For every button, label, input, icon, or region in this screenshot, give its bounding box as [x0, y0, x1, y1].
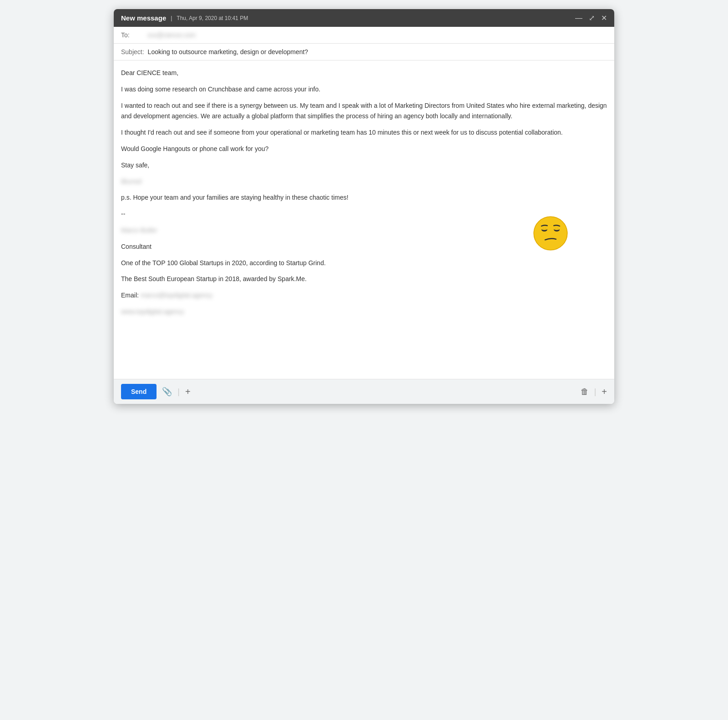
paragraph-3: I thought I'd reach out and see if someo…: [121, 127, 607, 138]
minimize-button[interactable]: —: [575, 14, 582, 22]
sig-line2: The Best South European Startup in 2018,…: [121, 274, 607, 285]
compose-body[interactable]: Dear CIENCE team, I was doing some resea…: [114, 60, 614, 379]
paragraph-1: I was doing some research on Crunchbase …: [121, 84, 607, 95]
compose-window: New message | Thu, Apr 9, 2020 at 10:41 …: [114, 9, 614, 404]
attach-icon[interactable]: 📎: [162, 387, 172, 397]
sig-email-row: Email: marco@topdigital.agency: [121, 290, 607, 301]
subject-field[interactable]: Subject: Looking to outsource marketing,…: [114, 44, 614, 60]
emoji-container: [532, 215, 569, 255]
footer-right: 🗑 | +: [581, 387, 607, 397]
svg-point-2: [541, 228, 547, 230]
greeting: Dear CIENCE team,: [121, 68, 607, 79]
sig-email-blurred: marco@topdigital.agency: [141, 290, 212, 301]
compose-header-separator: |: [171, 15, 172, 21]
compose-header: New message | Thu, Apr 9, 2020 at 10:41 …: [114, 9, 614, 27]
to-value: xxx@cience.com: [147, 31, 196, 39]
sig-website-blurred: www.topdigital.agency: [121, 307, 184, 317]
expand-compose-icon[interactable]: +: [602, 387, 607, 397]
compose-timestamp: Thu, Apr 9, 2020 at 10:41 PM: [177, 15, 248, 21]
more-formatting-icon[interactable]: +: [185, 387, 191, 397]
footer-divider-left: |: [177, 387, 180, 397]
sig-line1: One of the TOP 100 Global Startups in 20…: [121, 258, 607, 269]
compose-title: New message: [121, 14, 166, 22]
ps-line: p.s. Hope your team and your families ar…: [121, 192, 607, 203]
compose-footer: Send 📎 | + 🗑 | +: [114, 379, 614, 404]
paragraph-2: I wanted to reach out and see if there i…: [121, 101, 607, 122]
footer-divider-right: |: [594, 387, 597, 397]
to-field[interactable]: To: xxx@cience.com: [114, 27, 614, 44]
svg-point-0: [534, 217, 567, 250]
subject-label: Subject:: [121, 48, 144, 55]
skeptical-emoji-icon: [532, 215, 569, 252]
compose-header-actions: — ⤢ ✕: [575, 14, 607, 22]
paragraph-4: Would Google Hangouts or phone call work…: [121, 144, 607, 155]
svg-point-4: [554, 228, 560, 230]
compose-header-left: New message | Thu, Apr 9, 2020 at 10:41 …: [121, 14, 248, 22]
paragraph-5: Stay safe,: [121, 160, 607, 171]
delete-icon[interactable]: 🗑: [581, 387, 589, 397]
close-button[interactable]: ✕: [601, 14, 607, 22]
sig-email-label: Email:: [121, 292, 139, 299]
sender-name-blurred: Blurred: [121, 176, 142, 187]
send-button[interactable]: Send: [121, 384, 157, 399]
subject-value: Looking to outsource marketing, design o…: [148, 48, 308, 55]
expand-button[interactable]: ⤢: [589, 14, 595, 22]
to-label: To:: [121, 31, 144, 39]
sig-name-blurred: Marco Butler: [121, 225, 157, 236]
